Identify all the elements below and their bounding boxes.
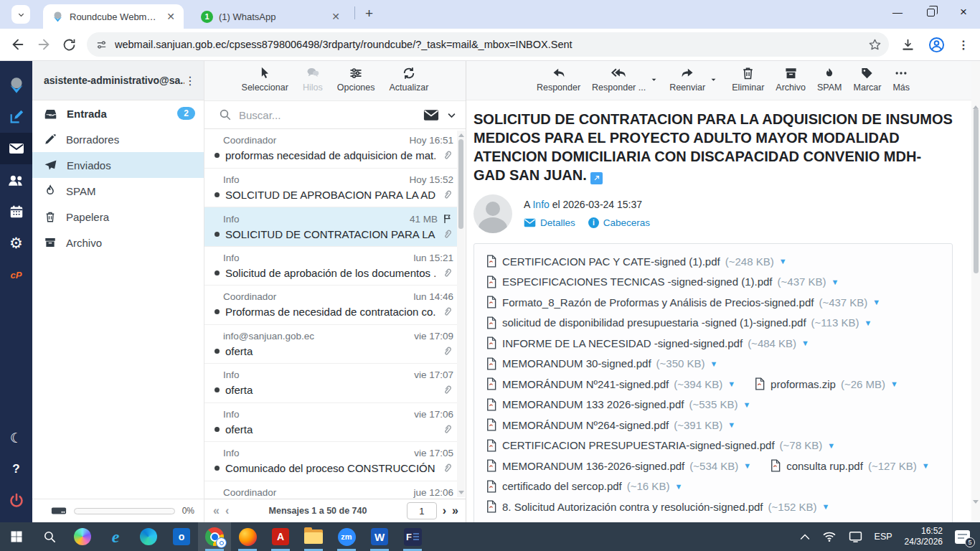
tab-roundcube[interactable]: Roundcube Webmail :: Enviados ✕: [43, 4, 184, 29]
sidebar-item-enviados[interactable]: Enviados: [32, 152, 204, 178]
spam-button[interactable]: SPAM: [817, 66, 842, 93]
attachment-menu-icon[interactable]: ▼: [831, 278, 839, 286]
attachment-menu-icon[interactable]: ▼: [674, 482, 682, 491]
reader-scrollbar[interactable]: [971, 61, 980, 522]
sidebar-item-borradores[interactable]: Borradores: [32, 126, 204, 152]
sidebar-item-spam[interactable]: SPAM: [32, 178, 204, 204]
reply-button[interactable]: Responder: [537, 66, 580, 93]
language-indicator[interactable]: ESP: [875, 532, 892, 542]
back-icon[interactable]: [10, 37, 26, 52]
address-bar[interactable]: webmail.sanjuan.gob.ec/cpsess8798006498/…: [87, 32, 889, 57]
list-scrollbar[interactable]: [457, 131, 465, 497]
attachment-item[interactable]: ESPECIFICACIONES TECNICAS -signed-signed…: [486, 272, 839, 293]
attachment-item[interactable]: proformas.zip (~26 MB) ▼: [754, 374, 898, 395]
archive-button[interactable]: Archivo: [776, 66, 806, 93]
message-row[interactable]: Info vie 17:06 oferta: [204, 403, 458, 443]
recipient-link[interactable]: Info: [532, 199, 549, 210]
attachment-menu-icon[interactable]: ▼: [779, 257, 787, 265]
wifi-icon[interactable]: [822, 531, 837, 542]
taskbar-edge-button[interactable]: [132, 522, 165, 551]
wireless-display-icon[interactable]: [849, 531, 862, 542]
message-row[interactable]: Info 41 MB SOLICITUD DE CONTRATACION PAR…: [204, 207, 458, 247]
menu-kebab-icon[interactable]: ⋮: [958, 38, 969, 52]
close-button[interactable]: ×: [947, 0, 980, 24]
attachment-menu-icon[interactable]: ▼: [890, 380, 898, 388]
attachment-menu-icon[interactable]: ▼: [827, 441, 835, 450]
flag-icon[interactable]: [442, 213, 453, 225]
search-options-chevron-icon[interactable]: [446, 110, 457, 121]
message-row[interactable]: Info lun 15:21 Solicitud de aprobación d…: [204, 247, 458, 286]
bookmark-star-icon[interactable]: [868, 38, 882, 52]
rail-contacts-button[interactable]: [0, 164, 32, 196]
reply-all-button[interactable]: Responder ...: [592, 66, 646, 93]
taskbar-firefox-button[interactable]: [231, 522, 264, 551]
options-button[interactable]: Opciones: [337, 66, 375, 93]
profile-icon[interactable]: [928, 37, 945, 53]
clock[interactable]: 16:52 24/3/2026: [905, 526, 943, 547]
attachment-item[interactable]: certificado del sercop.pdf (~16 KB) ▼: [486, 476, 682, 497]
reply-all-dropdown-icon[interactable]: [650, 76, 658, 83]
message-row[interactable]: Info Hoy 15:52 SOLCITUD DE APROBACION PA…: [204, 169, 458, 208]
attachment-menu-icon[interactable]: ▼: [727, 420, 735, 429]
taskbar-explorer-button[interactable]: [297, 522, 330, 551]
taskbar-word-button[interactable]: W: [363, 522, 396, 551]
logout-button[interactable]: [0, 485, 32, 517]
search-input[interactable]: [239, 109, 416, 121]
taskbar-app-f-button[interactable]: F: [396, 522, 429, 551]
attachment-menu-icon[interactable]: ▼: [922, 461, 930, 470]
attachment-item[interactable]: MEMORANDUM 133 2026-signed.pdf (~535 KB)…: [486, 395, 750, 415]
next-page-icon[interactable]: ›: [443, 504, 446, 517]
delete-button[interactable]: Eliminar: [732, 66, 764, 93]
attachment-item[interactable]: INFORME DE LA NECESIDAD -signed-signed.p…: [486, 333, 809, 354]
message-row[interactable]: info@sanjuan.gob.ec vie 17:09 oferta: [204, 325, 458, 364]
rail-mail-button[interactable]: [0, 133, 32, 164]
taskbar-outlook-button[interactable]: o: [165, 522, 198, 551]
first-page-icon[interactable]: «: [213, 504, 220, 517]
more-button[interactable]: Más: [892, 66, 910, 93]
taskbar-ie-button[interactable]: e: [99, 522, 132, 551]
download-icon[interactable]: [900, 37, 915, 52]
message-row[interactable]: Coordinador Hoy 16:51 proformas necesida…: [204, 129, 458, 169]
attachment-menu-icon[interactable]: ▼: [710, 359, 718, 368]
attachment-item[interactable]: MEMORÁNDUM Nº264-signed.pdf (~391 KB) ▼: [486, 415, 735, 435]
scroll-down-icon[interactable]: [458, 491, 464, 494]
tab-search-button[interactable]: [11, 5, 30, 24]
attachment-item[interactable]: MEMORANDUM 30-signed.pdf (~350 KB) ▼: [486, 354, 717, 375]
threads-button[interactable]: Hilos: [303, 66, 323, 93]
open-in-new-window-icon[interactable]: [590, 172, 603, 184]
sidebar-item-entrada[interactable]: Entrada 2: [32, 100, 204, 126]
attachment-item[interactable]: consulta rup.pdf (~127 KB) ▼: [770, 456, 930, 476]
help-button[interactable]: ?: [0, 453, 32, 485]
attachment-item[interactable]: CERTIFICACION PRESUPUESTARIA-signed-sign…: [486, 435, 835, 456]
forward-icon[interactable]: [36, 37, 52, 52]
last-page-icon[interactable]: »: [452, 504, 458, 517]
attachment-menu-icon[interactable]: ▼: [727, 380, 735, 388]
tab-whatsapp[interactable]: 1 (1) WhatsApp ✕: [192, 4, 349, 29]
refresh-button[interactable]: Actualizar: [390, 66, 429, 93]
attachment-item[interactable]: MEMORÁNDUM Nº241-signed.pdf (~394 KB) ▼: [486, 374, 735, 395]
list-scroll-thumb[interactable]: [458, 139, 463, 229]
headers-toggle[interactable]: i Cabeceras: [588, 217, 650, 228]
dark-mode-toggle[interactable]: ☾: [0, 422, 32, 453]
message-row[interactable]: Info vie 17:05 Comunicado del proceso CO…: [204, 442, 458, 481]
attachment-item[interactable]: MEMORANDUM 136-2026-signed.pdf (~534 KB)…: [486, 456, 751, 476]
message-row[interactable]: Info vie 17:07 oferta: [204, 364, 458, 403]
mark-button[interactable]: Marcar: [854, 66, 882, 93]
new-tab-button[interactable]: +: [365, 6, 373, 22]
rail-settings-button[interactable]: ⚙: [0, 227, 32, 259]
attachment-menu-icon[interactable]: ▼: [743, 461, 751, 470]
tray-expand-icon[interactable]: [800, 534, 810, 540]
attachment-item[interactable]: 8. Solicitud Autorización contra y resol…: [486, 496, 829, 517]
select-button[interactable]: Seleccionar: [242, 66, 288, 93]
reader-scroll-thumb[interactable]: [974, 108, 979, 273]
compose-button[interactable]: [0, 101, 32, 133]
restore-button[interactable]: [914, 0, 947, 24]
message-row[interactable]: Coordinador lun 14:46 Proformas de neces…: [204, 286, 458, 325]
sidebar-item-papelera[interactable]: Papelera: [32, 204, 204, 230]
attachment-menu-icon[interactable]: ▼: [743, 400, 750, 409]
attachment-item[interactable]: solicitud de disponibilidad presupuestar…: [486, 313, 872, 334]
account-menu-icon[interactable]: ⋮: [184, 74, 197, 88]
prev-page-icon[interactable]: ‹: [225, 504, 229, 517]
minimize-button[interactable]: —: [881, 0, 914, 24]
forward-dropdown-icon[interactable]: [710, 76, 717, 83]
